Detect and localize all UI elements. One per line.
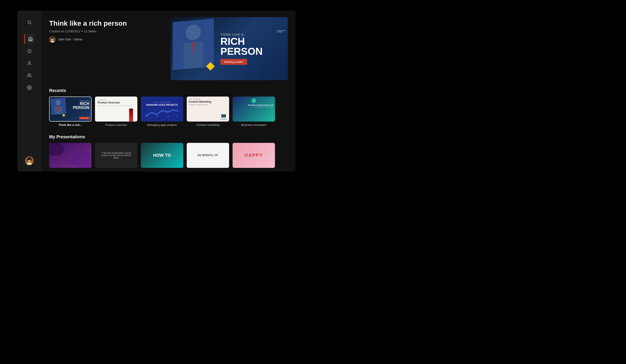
svg-point-16 <box>186 24 201 40</box>
sidebar-item-home[interactable] <box>24 34 35 44</box>
svg-point-4 <box>28 74 30 75</box>
svg-point-10 <box>27 159 28 161</box>
recent-item-agile[interactable]: TOP 5 TOOLS FOR MANAGING AGILE PROJECTS … <box>141 97 183 126</box>
recent-item-product[interactable]: Grandinome Product Overview HELP COMPANY… <box>95 97 137 126</box>
hero-title: Think like a rich person <box>49 19 164 27</box>
recent-label-content: Content marketing <box>196 123 219 126</box>
svg-point-3 <box>29 61 30 63</box>
my-presentations-grid: If life were predictable it would cease … <box>49 143 288 168</box>
recents-section: Recents <box>49 88 288 126</box>
product-thumb-sub: HELP COMPANYTO ACHIEVE YOUR BUSINESS CIR… <box>98 105 135 107</box>
sidebar-item-search[interactable] <box>24 17 35 28</box>
recent-label-product: Product overview <box>105 123 127 126</box>
recents-grid: THINK LIKE A RICH PERSON Building wealth… <box>49 97 288 126</box>
pres-item-quote[interactable]: If life were predictable it would cease … <box>95 143 137 168</box>
bizinno-sub-text: Core, medium-length messages <box>248 106 273 107</box>
pres-item-mindful[interactable]: BE MINDFUL OF <box>187 143 229 168</box>
hero-text-content: THINK LIKE A RICH PERSON Building wealth <box>218 28 288 69</box>
bizinno-check-icon: ✓ <box>251 98 256 103</box>
recent-item-bizinno[interactable]: ✓ BUSINESS INNOVATION PLAN Core, medium-… <box>233 97 275 126</box>
svg-text:May: May <box>168 116 170 117</box>
recents-title: Recents <box>49 88 288 93</box>
product-brand: Grandinome <box>98 99 135 101</box>
svg-text:Jan: Jan <box>146 116 148 117</box>
hero-preview[interactable]: THINK LIKE A RICH PERSON Building wealth <box>170 17 288 80</box>
sidebar-item-team[interactable] <box>24 70 35 81</box>
pres-item-howto[interactable]: HOW TO <box>141 143 183 168</box>
svg-point-19 <box>55 100 61 105</box>
pres-item-purple[interactable] <box>49 143 91 168</box>
recent-label-rich: Think like a rich... <box>58 123 82 126</box>
recent-label-bizinno: Business innovation <box>241 123 267 126</box>
svg-point-0 <box>28 21 31 24</box>
hero-info: Think like a rich person Created on 11/0… <box>49 17 164 80</box>
main-content: Think like a rich person Created on 11/0… <box>41 11 296 171</box>
sidebar <box>17 11 41 171</box>
pres-item-happy[interactable]: HAPPY <box>233 143 275 168</box>
hero-owner: John Doe - Owner <box>49 36 164 43</box>
content-sub: Campaign to generate leads <box>189 104 227 105</box>
product-thumb-title: Product Overview <box>98 101 135 104</box>
my-presentations-section: My Presentations <box>49 134 288 168</box>
owner-avatar <box>49 36 56 43</box>
my-presentations-title: My Presentations <box>49 134 288 139</box>
recent-item-rich[interactable]: THINK LIKE A RICH PERSON Building wealth… <box>49 97 91 126</box>
svg-point-15 <box>51 37 54 39</box>
hero-meta: Created on 11/06/2022 12 Slides <box>49 30 164 33</box>
sidebar-item-history[interactable] <box>24 46 35 56</box>
svg-point-11 <box>30 159 32 161</box>
agile-main: MANAGING AGILE PROJECTS <box>146 104 178 106</box>
bizinno-plan-text: BUSINESS INNOVATION PLAN <box>248 104 273 106</box>
user-avatar[interactable] <box>25 156 34 165</box>
hero-section: Think like a rich person Created on 11/0… <box>49 17 288 80</box>
recent-item-content[interactable]: Syfer Corporation Content Marketing Camp… <box>187 97 229 126</box>
recent-label-agile: Managing agile projects <box>147 123 177 126</box>
svg-text:Jul: Jul <box>176 116 178 117</box>
content-title: Content Marketing <box>189 100 227 103</box>
agile-top: TOP 5 TOOLS FOR <box>154 102 170 103</box>
svg-line-1 <box>30 23 31 24</box>
hero-slide-person <box>170 17 218 80</box>
app-container: Think like a rich person Created on 11/0… <box>17 11 296 171</box>
content-company: Syfer Corporation <box>189 98 227 100</box>
sidebar-item-profile[interactable] <box>24 58 35 69</box>
svg-point-5 <box>29 87 30 88</box>
svg-text:Mar: Mar <box>157 116 159 117</box>
sidebar-item-settings[interactable] <box>24 82 35 93</box>
